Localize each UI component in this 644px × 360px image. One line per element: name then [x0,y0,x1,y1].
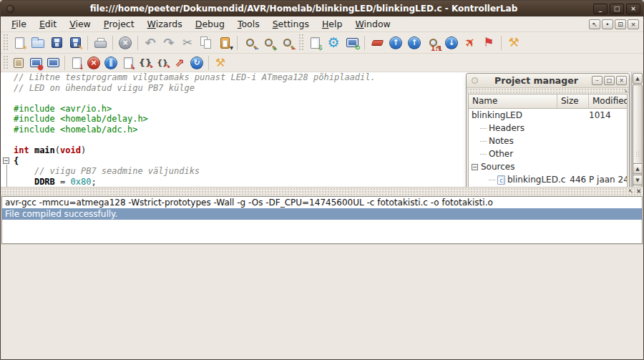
step-over-icon[interactable]: {}↷ [137,55,154,71]
output-panel-handle[interactable]: ↖ × [1,187,643,196]
close-button[interactable]: × [626,4,640,14]
debug-settings-icon[interactable]: ⚒ [212,55,229,71]
editor-vertical-scrollbar[interactable]: ▲ ▲ ▼ [631,72,643,187]
verify-device-icon[interactable]: 1:1 [424,34,442,52]
step-into-icon[interactable]: {}↷ [154,55,171,71]
scroll-up2-icon[interactable]: ▲ [633,163,643,174]
rebuild-project-icon[interactable]: ↻ [343,34,361,52]
paste-icon[interactable]: ▾ [215,34,234,52]
panel-close-icon[interactable]: × [636,188,641,195]
step-instruction-icon[interactable]: ↳ [119,55,137,71]
column-modified[interactable]: Modified [589,94,628,109]
save-as-icon[interactable]: ✎ [66,34,84,52]
pm-close-button[interactable]: × [616,76,627,85]
find-icon[interactable]: ·· [240,34,259,52]
menu-window[interactable]: Window [348,17,396,31]
app-icon [6,5,14,13]
debugger-chip-icon[interactable] [10,55,27,71]
program-eeprom-icon[interactable]: ↑ [405,34,424,52]
menu-settings[interactable]: Settings [266,17,316,31]
panel-restore-icon[interactable]: ↖ [628,188,633,195]
redo-icon[interactable]: ↷ [160,34,178,52]
toolbar-handle[interactable] [298,34,303,52]
mdi-restore-icon[interactable]: ↖ [589,19,600,29]
project-tree-row[interactable]: Notes [469,135,627,147]
debug-toolbar: ●↓×∥↳{}↷{}↷⇗↻⚒ [1,54,643,72]
project-tree-row[interactable]: Headers [469,122,627,135]
read-device-icon[interactable]: ↓ [442,34,461,52]
print-icon[interactable] [91,34,109,52]
column-size[interactable]: Size [557,94,589,109]
compile-file-icon[interactable]: ⇩ [306,34,324,52]
serial-terminal-icon[interactable]: ● [27,55,44,71]
tree-item-label: blinkingLED [472,110,522,120]
start-debug-icon[interactable]: ↓ [68,55,85,71]
pm-maximize-button[interactable]: □ [604,76,615,85]
new-file-icon[interactable]: ✶ [10,34,29,52]
cut-icon[interactable]: ✂ [178,34,197,52]
menu-tools[interactable]: Tools [231,17,266,31]
kontrollerlab-window: file:///home/peeter/Dokumendid/AVR/Homel… [0,0,644,360]
titlebar: file:///home/peeter/Dokumendid/AVR/Homel… [1,1,643,16]
tree-item-label: Headers [489,123,525,133]
serial-plotter-icon[interactable] [44,55,62,71]
copy-icon[interactable] [197,34,215,52]
step-out-icon[interactable]: ⇗ [171,55,188,71]
program-fuses-icon[interactable]: ⚑ [479,34,498,52]
toolbar-separator [501,36,502,50]
configure-programmer-icon[interactable]: ⚒ [504,34,523,52]
toolbar-handle[interactable] [3,34,8,52]
fold-margin [1,125,14,135]
project-manager-title: Project manager [481,75,592,86]
ignite-run-icon[interactable]: ✈ [461,34,479,52]
compiler-status-line[interactable]: File compiled successfully. [2,208,642,220]
tree-item-label: Sources [481,162,514,172]
mdi-minimize-icon[interactable]: • [602,19,613,29]
project-tree-row[interactable]: cblinkingLED.c446P jaan 24 [469,173,627,186]
erase-device-icon[interactable] [368,34,386,52]
tree-collapse-icon[interactable]: − [472,164,478,170]
menu-project[interactable]: Project [97,17,141,31]
pause-debug-icon[interactable]: ∥ [102,55,119,71]
program-flash-icon[interactable]: ↑ [386,34,405,52]
scroll-up-icon[interactable]: ▲ [633,73,643,84]
fold-marker-icon[interactable]: − [3,157,9,164]
project-manager-titlebar[interactable]: Project manager – □ × [467,74,629,88]
project-tree-row[interactable]: Other [469,147,627,160]
menu-debug[interactable]: Debug [189,17,231,31]
tree-item-label: blinkingLED.c [507,175,565,185]
project-tree-row[interactable]: blinkingLED1014 [469,109,627,122]
restart-debug-icon[interactable]: ↻ [188,55,205,71]
pm-drag-strip[interactable]: ↘ [467,88,629,94]
toolbar-separator [208,56,209,70]
zoom-out-icon[interactable]: − [278,34,296,52]
menu-help[interactable]: Help [316,17,349,31]
undo-icon[interactable]: ↶ [141,34,160,52]
compiler-output[interactable]: avr-gcc -mmcu=atmega128 -Wstrict-prototy… [1,196,643,244]
menu-file[interactable]: File [5,17,33,31]
scroll-down-icon[interactable]: ▼ [633,175,643,185]
mdi-maximize-icon[interactable]: ⊡ [615,19,626,29]
stop-debug-icon[interactable]: × [85,55,102,71]
toolbar-separator [87,36,88,50]
project-tree: Name Size Modified blinkingLED1014Header… [468,94,628,187]
mdi-close-icon[interactable]: × [628,19,639,29]
window-title: file:///home/peeter/Dokumendid/AVR/Homel… [14,4,593,14]
open-file-icon[interactable] [29,34,47,52]
column-name[interactable]: Name [469,94,557,109]
minimize-button[interactable]: _ [593,4,608,14]
menu-view[interactable]: View [63,17,97,31]
zoom-in-icon[interactable]: + [259,34,278,52]
maximize-button[interactable]: □ [610,4,624,14]
menu-wizards[interactable]: Wizards [141,17,189,31]
stop-operation-icon[interactable]: × [116,34,135,52]
project-tree-row[interactable]: −Sources [469,160,627,173]
pm-minimize-button[interactable]: – [592,76,602,85]
toolbar-handle[interactable] [3,55,8,70]
fold-margin [1,177,14,187]
project-manager-window: Project manager – □ × ↘ Name Size Modifi… [466,73,630,187]
save-icon[interactable] [47,34,66,52]
project-tree-header[interactable]: Name Size Modified [469,94,627,109]
menu-edit[interactable]: Edit [33,17,63,31]
build-project-icon[interactable]: ⚙ [324,34,343,52]
